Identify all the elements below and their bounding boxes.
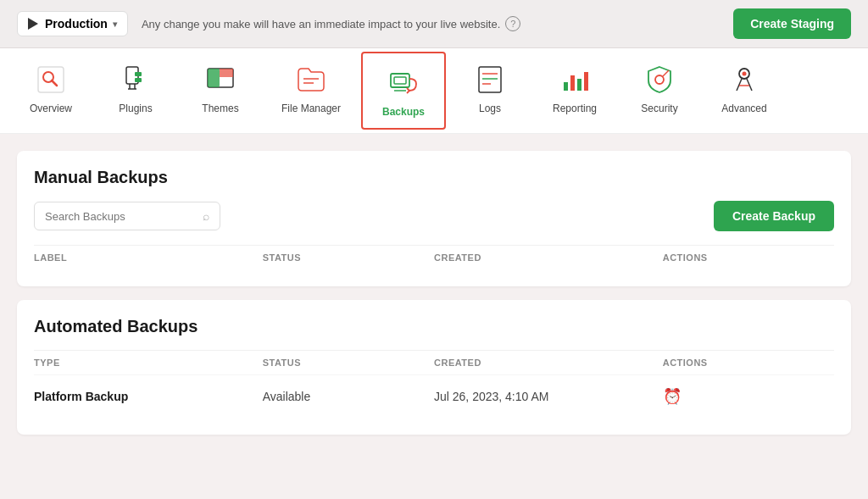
automated-backups-card: Automated Backups TYPE STATUS CREATED AC… [17, 300, 851, 435]
svg-rect-0 [38, 67, 64, 92]
svg-rect-23 [577, 79, 581, 91]
col-status: STATUS [263, 252, 434, 263]
chevron-down-icon: ▾ [113, 19, 117, 29]
col-label: LABEL [34, 252, 263, 263]
nav-item-plugins[interactable]: Plugins [93, 48, 178, 133]
restore-icon[interactable]: ⏰ [663, 388, 682, 405]
notice-text: Any change you make will have an immedia… [142, 16, 720, 31]
reporting-icon [559, 64, 591, 96]
notice-content: Any change you make will have an immedia… [142, 18, 500, 30]
search-icon: ⌕ [203, 209, 209, 223]
play-icon [28, 18, 40, 30]
nav-label-reporting: Reporting [553, 103, 597, 114]
logs-icon [474, 64, 506, 96]
nav-label-backups: Backups [382, 106, 425, 118]
svg-line-2 [52, 80, 57, 86]
row-actions: ⏰ [663, 387, 834, 406]
nav-item-backups[interactable]: Backups [361, 52, 446, 130]
create-staging-button[interactable]: Create Staging [733, 8, 851, 39]
svg-point-27 [743, 72, 747, 76]
nav-label-security: Security [641, 103, 677, 114]
svg-rect-21 [564, 82, 568, 91]
manual-backups-table-header: LABEL STATUS CREATED ACTIONS [34, 245, 834, 269]
top-bar: Production ▾ Any change you make will ha… [0, 0, 868, 48]
search-input[interactable] [45, 210, 199, 223]
nav-bar: Overview Plugins Themes File Manager [0, 48, 868, 134]
manual-backups-title: Manual Backups [34, 168, 834, 187]
svg-rect-7 [135, 72, 142, 76]
create-backup-button[interactable]: Create Backup [714, 201, 834, 231]
main-content: Manual Backups ⌕ Create Backup LABEL STA… [0, 134, 868, 452]
auto-col-created: CREATED [434, 358, 663, 368]
nav-label-logs: Logs [479, 103, 501, 114]
manual-backups-card: Manual Backups ⌕ Create Backup LABEL STA… [17, 151, 851, 286]
env-label: Production [45, 17, 108, 30]
nav-label-advanced: Advanced [721, 103, 766, 114]
nav-label-themes: Themes [202, 103, 238, 114]
table-row: Platform Backup Available Jul 26, 2023, … [34, 374, 834, 418]
svg-rect-10 [208, 69, 220, 87]
row-status: Available [263, 390, 434, 403]
advanced-icon [728, 64, 760, 96]
themes-icon [204, 64, 236, 96]
nav-item-file-manager[interactable]: File Manager [263, 48, 359, 133]
svg-rect-22 [570, 75, 575, 91]
help-icon[interactable]: ? [505, 16, 520, 31]
search-input-wrap[interactable]: ⌕ [34, 202, 220, 230]
svg-rect-17 [479, 67, 501, 92]
search-row: ⌕ Create Backup [34, 201, 834, 231]
auto-col-actions: ACTIONS [663, 358, 834, 368]
nav-item-advanced[interactable]: Advanced [702, 48, 787, 133]
svg-rect-24 [584, 72, 588, 91]
auto-col-status: STATUS [263, 358, 434, 368]
plugins-icon [120, 64, 152, 96]
backups-icon [387, 67, 420, 99]
row-created: Jul 26, 2023, 4:10 AM [434, 390, 663, 403]
col-actions: ACTIONS [663, 252, 834, 263]
overview-icon [35, 64, 67, 96]
nav-item-themes[interactable]: Themes [178, 48, 263, 133]
automated-backups-table-header: TYPE STATUS CREATED ACTIONS [34, 350, 834, 374]
nav-item-security[interactable]: Security [617, 48, 702, 133]
auto-col-type: TYPE [34, 358, 263, 368]
file-manager-icon [295, 64, 327, 96]
nav-label-plugins: Plugins [119, 103, 152, 114]
nav-label-overview: Overview [30, 103, 72, 114]
svg-rect-15 [394, 77, 406, 84]
nav-item-logs[interactable]: Logs [448, 48, 532, 133]
svg-point-25 [655, 75, 664, 84]
row-type: Platform Backup [34, 390, 263, 403]
nav-label-file-manager: File Manager [281, 103, 341, 114]
nav-item-overview[interactable]: Overview [8, 48, 93, 133]
security-icon [643, 64, 676, 96]
svg-rect-8 [135, 78, 142, 82]
svg-rect-11 [220, 69, 233, 77]
nav-item-reporting[interactable]: Reporting [532, 48, 617, 133]
col-created: CREATED [434, 252, 663, 263]
automated-backups-title: Automated Backups [34, 317, 834, 336]
env-selector[interactable]: Production ▾ [17, 11, 128, 36]
